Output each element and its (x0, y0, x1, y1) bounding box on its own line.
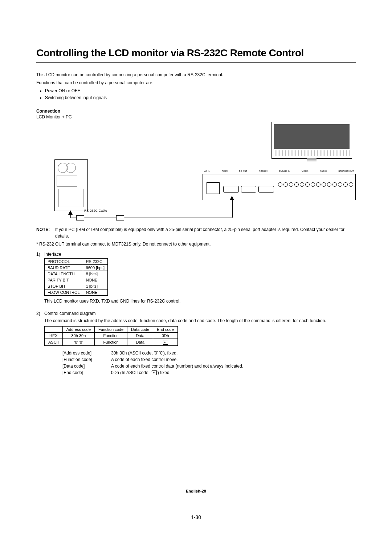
function-list: Power ON or OFF Switching between input … (36, 88, 356, 101)
cr-icon: ↵ (152, 370, 157, 375)
footnote: * RS-232 OUT terminal can connect to MDT… (36, 242, 356, 247)
connector-icon (76, 215, 84, 220)
connection-diagram: AC IN PC IN PC OUT RGB3 IN DVD/HD IN VID… (36, 123, 356, 221)
section-number: 1) (36, 252, 44, 257)
section-2-desc: The command is structured by the address… (44, 317, 356, 324)
io-label: PC IN (222, 170, 228, 172)
table-header (45, 327, 63, 333)
table-cell: ↵ (153, 339, 177, 346)
table-cell: '0' '0' (62, 339, 94, 346)
io-label: DVD/HD IN (279, 170, 290, 172)
io-label: RGB3 IN (259, 170, 268, 172)
document-page: Controlling the LCD monitor via RS-232C … (0, 0, 392, 555)
list-item: Power ON or OFF (45, 88, 356, 94)
io-label: AUDIO (320, 170, 327, 172)
table-cell: HEX (45, 333, 63, 339)
monitor-illustration (271, 122, 352, 159)
table-header: End code (153, 327, 177, 333)
code-val: 0Dh (In ASCII code, '↵') fixed. (109, 370, 245, 376)
table-header: Function code (95, 327, 127, 333)
table-header: Data code (127, 327, 153, 333)
list-item: Switching between input signals (45, 94, 356, 101)
section-title: Control command diagram (44, 311, 95, 316)
io-label: PC OUT (239, 170, 248, 172)
io-label: SPEAKER OUT (338, 170, 354, 172)
section-title: Interface (44, 252, 61, 257)
table-cell: STOP BIT (45, 283, 83, 289)
code-val: 30h 30h (ASCII code, '0' '0'), fixed. (109, 350, 245, 356)
intro-line-2: Functions that can be controlled by a pe… (36, 80, 356, 86)
intro-line-1: This LCD monitor can be controlled by co… (36, 72, 356, 78)
note-block: NOTE: If your PC (IBM or IBM compatible)… (36, 226, 356, 239)
table-cell: 0Dh (153, 333, 177, 339)
connector-icon (116, 215, 124, 220)
table-cell: NONE (83, 277, 107, 283)
table-cell: 8 [bits] (83, 271, 107, 277)
table-cell: PARITY BIT (45, 277, 83, 283)
table-cell: 30h 30h (62, 333, 94, 339)
table-cell: PROTOCOL (45, 259, 83, 265)
note-label: NOTE: (36, 226, 55, 239)
section-2: 2) Control command diagram The command i… (36, 311, 356, 324)
page-title: Controlling the LCD monitor via RS-232C … (36, 47, 356, 59)
pc-illustration (54, 159, 88, 211)
io-panel-illustration: AC IN PC IN PC OUT RGB3 IN DVD/HD IN VID… (203, 174, 356, 200)
section-1: 1) Interface (36, 252, 356, 257)
cable-label: RS-232C Cable (84, 209, 107, 212)
table-cell: DATA LENGTH (45, 271, 83, 277)
table-cell: 1 [bits] (83, 283, 107, 289)
table-cell: Data (127, 333, 153, 339)
table-cell: Function (95, 339, 127, 346)
note-text: If your PC (IBM or IBM compatible) is eq… (55, 226, 356, 239)
table-header: Address code (62, 327, 94, 333)
code-key: [End code] (60, 370, 108, 376)
table-cell: BAUD RATE (45, 265, 83, 271)
interface-note: This LCD monitor uses RXD, TXD and GND l… (44, 298, 356, 304)
code-key: [Function code] (60, 357, 108, 362)
title-container: Controlling the LCD monitor via RS-232C … (36, 47, 356, 63)
interface-table: PROTOCOLRS-232C BAUD RATE9600 [bps] DATA… (44, 258, 108, 296)
connection-heading: Connection (36, 109, 356, 114)
table-cell: 9600 [bps] (83, 265, 107, 271)
table-cell: RS-232C (83, 259, 107, 265)
table-cell: Function (95, 333, 127, 339)
connection-sub: LCD Monitor + PC (36, 114, 356, 119)
table-cell: NONE (83, 289, 107, 296)
table-cell: Data (127, 339, 153, 346)
io-label: VIDEO (302, 170, 309, 172)
cr-icon: ↵ (163, 340, 168, 345)
page-number: 1-30 (0, 514, 392, 520)
code-val: A code of each fixed control move. (109, 357, 245, 362)
code-key: [Address code] (60, 350, 108, 356)
command-table: Address code Function code Data code End… (44, 326, 178, 346)
page-language-label: English-28 (0, 489, 392, 493)
io-label: AC IN (204, 170, 210, 172)
table-cell: FLOW CONTROL (45, 289, 83, 296)
code-key: [Data code] (60, 363, 108, 369)
code-description-list: [Address code]30h 30h (ASCII code, '0' '… (60, 349, 246, 376)
code-val: A code of each fixed control data (numbe… (109, 363, 245, 369)
arrow-icon (230, 196, 234, 200)
section-number: 2) (36, 311, 44, 316)
table-cell: ASCII (45, 339, 63, 346)
